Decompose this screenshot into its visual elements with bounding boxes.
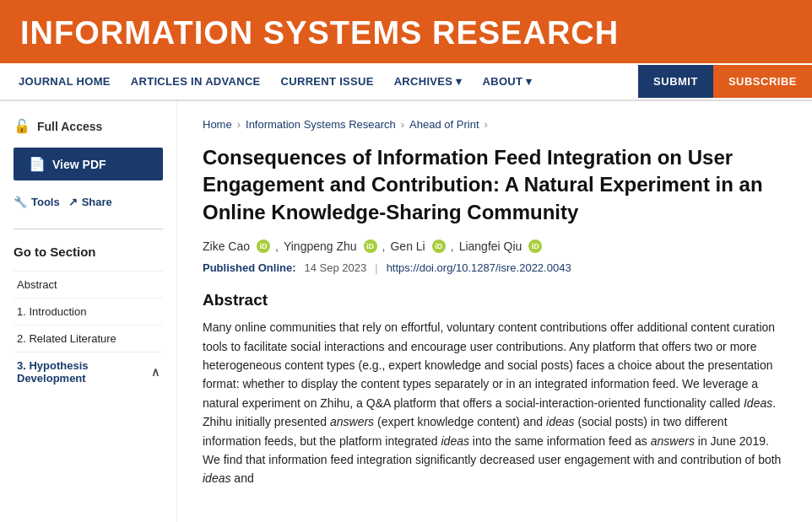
section-nav-related-literature[interactable]: 2. Related Literature [14, 325, 163, 352]
sidebar-divider [14, 229, 163, 229]
tools-button[interactable]: 🔧 Tools [14, 192, 60, 212]
site-title: INFORMATION SYSTEMS RESEARCH [20, 15, 792, 51]
authors-line: Zike Cao iD , Yingpeng Zhu iD , Gen Li i… [203, 239, 787, 253]
author-2-name: Yingpeng Zhu [284, 239, 357, 253]
published-date: 14 Sep 2023 [305, 261, 367, 274]
goto-section-title: Go to Section [14, 245, 163, 259]
author-1-name: Zike Cao [203, 239, 250, 253]
nav-journal-home[interactable]: JOURNAL HOME [8, 63, 121, 100]
section-nav-abstract[interactable]: Abstract [14, 271, 163, 298]
abstract-title: Abstract [203, 291, 787, 309]
breadcrumb-sep-2: › [401, 118, 404, 131]
breadcrumb-sep-3: › [484, 118, 488, 131]
share-icon: ↗ [68, 196, 78, 208]
doi-link[interactable]: https://doi.org/10.1287/isre.2022.0043 [387, 261, 571, 274]
nav-current-issue[interactable]: CURRENT ISSUE [271, 63, 384, 100]
sidebar-tools: 🔧 Tools ↗ Share [14, 192, 163, 212]
pub-separator: | [375, 261, 377, 274]
wrench-icon: 🔧 [14, 196, 27, 208]
nav-links: JOURNAL HOME ARTICLES IN ADVANCE CURRENT… [0, 63, 638, 100]
author-3-orcid[interactable]: iD [432, 239, 446, 253]
nav-bar: JOURNAL HOME ARTICLES IN ADVANCE CURRENT… [0, 63, 812, 101]
breadcrumb: Home › Information Systems Research › Ah… [203, 118, 787, 131]
section-nav-hypothesis-development[interactable]: 3. Hypothesis Development ∧ [14, 352, 163, 391]
nav-archives[interactable]: ARCHIVES ▾ [384, 63, 473, 100]
author-1-orcid[interactable]: iD [257, 239, 270, 253]
author-4-orcid[interactable]: iD [528, 239, 542, 253]
published-line: Published Online: 14 Sep 2023 | https://… [203, 261, 787, 274]
sidebar: 🔓 Full Access 📄 View PDF 🔧 Tools ↗ Share… [0, 101, 177, 522]
chevron-up-icon: ∧ [151, 365, 160, 379]
pdf-icon: 📄 [29, 156, 46, 172]
published-label: Published Online: [203, 261, 296, 274]
author-4-name: Liangfei Qiu [459, 239, 522, 253]
breadcrumb-sep-1: › [237, 118, 241, 131]
breadcrumb-journal[interactable]: Information Systems Research [246, 118, 396, 131]
content-area: Home › Information Systems Research › Ah… [177, 101, 812, 522]
author-2-orcid[interactable]: iD [364, 239, 377, 253]
nav-about[interactable]: ABOUT ▾ [473, 63, 543, 100]
abstract-text: Many online communities that rely on eff… [203, 318, 787, 488]
site-header: INFORMATION SYSTEMS RESEARCH [0, 0, 812, 63]
main-layout: 🔓 Full Access 📄 View PDF 🔧 Tools ↗ Share… [0, 101, 812, 522]
view-pdf-button[interactable]: 📄 View PDF [14, 148, 163, 180]
breadcrumb-section[interactable]: Ahead of Print [409, 118, 479, 131]
about-chevron-icon: ▾ [526, 75, 532, 88]
subscribe-button[interactable]: SUBSCRIBE [713, 65, 812, 98]
breadcrumb-home[interactable]: Home [203, 118, 232, 131]
article-title: Consequences of Information Feed Integra… [203, 144, 787, 226]
lock-open-icon: 🔓 [14, 118, 30, 134]
nav-actions: SUBMIT SUBSCRIBE [638, 65, 812, 98]
author-3-name: Gen Li [390, 239, 425, 253]
section-nav-introduction[interactable]: 1. Introduction [14, 298, 163, 325]
access-indicator: 🔓 Full Access [14, 118, 163, 134]
share-button[interactable]: ↗ Share [68, 192, 112, 212]
archives-chevron-icon: ▾ [456, 75, 462, 88]
submit-button[interactable]: SUBMIT [638, 65, 713, 98]
nav-articles-in-advance[interactable]: ARTICLES IN ADVANCE [121, 63, 271, 100]
